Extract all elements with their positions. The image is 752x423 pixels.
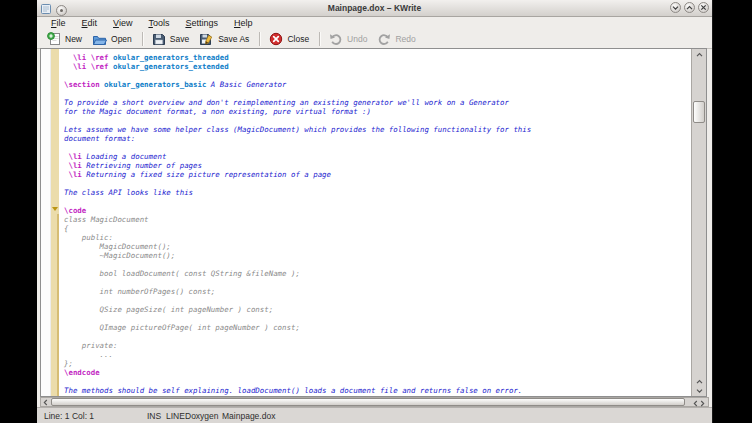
editor-line[interactable]: To provide a short overview and don't re… [64,98,691,107]
undo-button: Undo [325,31,373,47]
editor-line[interactable]: class MagicDocument [64,215,691,224]
text-content[interactable]: \li \ref okular_generators_threaded \li … [59,49,691,396]
editor-line[interactable]: \li \ref okular_generators_extended [64,62,691,71]
editor-line[interactable] [64,260,691,269]
editor-line[interactable] [64,89,691,98]
editor-line[interactable]: bool loadDocument( const QString &fileNa… [64,269,691,278]
editor-line[interactable] [64,71,691,80]
icon-border [41,49,51,396]
editor-frame: \li \ref okular_generators_threaded \li … [40,48,707,397]
titlebar[interactable]: Mainpage.dox – KWrite [37,0,712,17]
menu-tools[interactable]: Tools [141,17,176,29]
scroll-left-icon[interactable] [41,398,50,406]
editor-line[interactable]: \li \ref okular_generators_threaded [64,53,691,62]
highlight-mode-status: Doxygen [185,411,219,421]
editor-line[interactable] [64,296,691,305]
filename-status: Mainpage.dox [222,411,275,421]
editor-line[interactable] [64,332,691,341]
new-button[interactable]: New [43,31,88,47]
editor-line[interactable]: \li Retrieving number of pages [64,161,691,170]
editor-line[interactable]: \li Returning a fixed size picture repre… [64,170,691,179]
editor-line[interactable]: }; [64,359,691,368]
scroll-up2-icon[interactable] [692,377,706,386]
editor-line[interactable] [64,116,691,125]
redo-button: Redo [373,31,421,47]
editor-line[interactable]: \code [64,206,691,215]
editor-line[interactable]: private: [64,341,691,350]
toolbar-button-label: Save As [218,34,249,44]
pin-button[interactable] [56,5,67,16]
editor-line[interactable] [64,143,691,152]
vertical-scrollbar[interactable] [691,49,706,396]
menu-file[interactable]: File [44,17,73,29]
editor-line[interactable]: for the Magic document format, a non exi… [64,107,691,116]
toolbar-button-label: Redo [395,34,415,44]
editor-line[interactable]: \endcode [64,368,691,377]
vertical-scroll-thumb[interactable] [693,101,705,123]
editor-line[interactable] [64,179,691,188]
save-icon [152,32,166,46]
open-icon [92,33,107,46]
cursor-position-status: Line: 1 Col: 1 [44,411,94,421]
editor-line[interactable]: ~MagicDocument(); [64,251,691,260]
toolbar-button-label: New [65,34,82,44]
editor-line[interactable]: MagicDocument(); [64,242,691,251]
toolbar-button-label: Undo [347,34,367,44]
editor-line[interactable] [64,377,691,386]
editor-line[interactable]: QImage pictureOfPage( int pageNumber ) c… [64,323,691,332]
menu-view[interactable]: View [106,17,139,29]
save-as-icon [199,32,214,46]
close-window-button[interactable] [698,2,709,13]
editor-line[interactable] [64,314,691,323]
toolbar-separator [259,32,261,46]
minimize-button[interactable] [670,2,681,13]
menubar: FileEditViewToolsSettingsHelp [37,16,712,30]
horizontal-scroll-thumb[interactable] [51,398,685,406]
statusbar: Line: 1 Col: 1 INS LINE Doxygen Mainpage… [37,407,712,423]
editor-line[interactable]: The class API looks like this [64,188,691,197]
editor-line[interactable]: document format: [64,134,691,143]
selection-mode-status: LINE [166,411,185,421]
close-icon [269,32,283,46]
new-icon [47,32,61,46]
kwrite-window: Mainpage.dox – KWrite FileEditViewToolsS… [37,0,713,423]
menu-settings[interactable]: Settings [178,17,225,29]
editor-line[interactable]: QSize pageSize( int pageNumber ) const; [64,305,691,314]
insert-mode-status: INS [147,411,161,421]
horizontal-scroll-trough[interactable] [50,398,689,406]
redo-icon [377,32,391,46]
horizontal-scrollbar[interactable] [40,397,709,407]
editor-line[interactable]: ... [64,350,691,359]
open-button[interactable]: Open [88,32,138,47]
editor-line[interactable] [64,197,691,206]
menu-edit[interactable]: Edit [75,17,105,29]
toolbar: NewOpenSaveSave AsCloseUndoRedo [37,30,712,49]
editor-line[interactable]: Lets assume we have some helper class (M… [64,125,691,134]
save-button[interactable]: Save [148,31,195,47]
editor-line[interactable]: The methods should be self explaining. l… [64,386,691,395]
scroll-up-icon[interactable] [692,50,706,59]
editor-line[interactable]: public: [64,233,691,242]
undo-icon [329,32,343,46]
toolbar-button-label: Open [111,34,132,44]
editor-line[interactable]: \li Loading a document [64,152,691,161]
editor-line[interactable]: \section okular_generators_basic A Basic… [64,80,691,89]
screen-background: Mainpage.dox – KWrite FileEditViewToolsS… [0,0,752,423]
save-as-button[interactable]: Save As [195,31,255,47]
toolbar-separator [319,32,321,46]
toolbar-separator [142,32,144,46]
folding-margin[interactable] [51,49,59,396]
toolbar-button-label: Save [170,34,189,44]
toolbar-button-label: Close [287,34,309,44]
window-title: Mainpage.dox – KWrite [37,3,712,13]
maximize-button[interactable] [684,2,695,13]
editor-line[interactable]: { [64,224,691,233]
close-button[interactable]: Close [265,31,315,47]
editor-line[interactable]: int numberOfPages() const; [64,287,691,296]
menu-help[interactable]: Help [227,17,260,29]
fold-marker-icon[interactable] [52,207,58,211]
editor-line[interactable] [64,278,691,287]
